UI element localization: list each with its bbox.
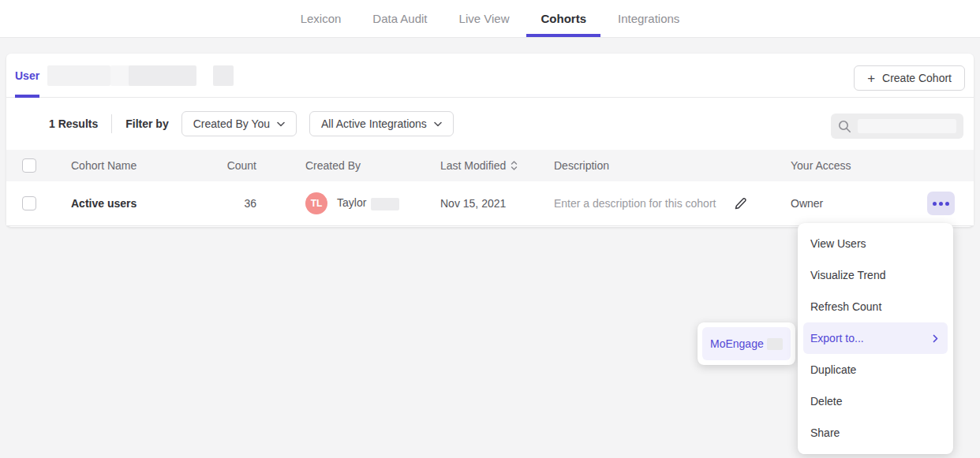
integrations-filter-dropdown[interactable]: All Active Integrations: [309, 111, 454, 136]
cohort-count: 36: [199, 197, 256, 210]
nav-tab-cohorts[interactable]: Cohorts: [525, 0, 602, 37]
header-created-by[interactable]: Created By: [256, 159, 440, 172]
redacted-last-name: [371, 198, 399, 210]
menu-item-refresh-count[interactable]: Refresh Count: [798, 291, 953, 322]
cohorts-card: User + Create Cohort 1 Results Filter by…: [6, 54, 974, 227]
header-cohort-name[interactable]: Cohort Name: [71, 159, 199, 172]
header-your-access: Your Access: [791, 159, 974, 172]
menu-item-visualize-trend[interactable]: Visualize Trend: [798, 259, 953, 291]
nav-tab-data-audit[interactable]: Data Audit: [357, 0, 443, 37]
redacted-search-text: [858, 119, 956, 133]
redacted-tab-3: [129, 65, 196, 86]
results-count: 1 Results: [49, 117, 98, 130]
cohort-type-tabs: User + Create Cohort: [6, 54, 974, 98]
header-last-modified[interactable]: Last Modified: [440, 159, 506, 172]
created-by-cell: TL Taylor: [256, 192, 440, 214]
nav-tab-lexicon[interactable]: Lexicon: [285, 0, 357, 37]
row-actions-button[interactable]: [927, 192, 955, 215]
chevron-down-icon: [277, 121, 285, 127]
chevron-down-icon: [434, 121, 442, 127]
top-navigation: Lexicon Data Audit Live View Cohorts Int…: [0, 0, 980, 38]
avatar: TL: [305, 192, 327, 214]
menu-item-duplicate[interactable]: Duplicate: [798, 354, 953, 385]
nav-tab-live-view[interactable]: Live View: [443, 0, 526, 37]
tab-user[interactable]: User: [15, 54, 39, 98]
select-all-checkbox[interactable]: [22, 158, 36, 173]
vertical-divider: [111, 114, 112, 133]
ellipsis-icon: [933, 202, 937, 206]
table-row: Active users 36 TL Taylor Nov 15, 2021 E…: [6, 181, 974, 226]
edit-description-button[interactable]: [733, 196, 748, 211]
export-submenu: MoEngage: [698, 322, 795, 365]
created-by-filter-value: Created By You: [193, 117, 270, 130]
menu-item-view-users[interactable]: View Users: [798, 228, 953, 259]
create-cohort-button[interactable]: + Create Cohort: [854, 65, 965, 91]
search-icon: [838, 120, 851, 133]
integrations-filter-value: All Active Integrations: [321, 117, 427, 130]
nav-tab-integrations[interactable]: Integrations: [602, 0, 695, 37]
menu-item-export-to[interactable]: Export to...: [803, 322, 948, 354]
created-by-name: Taylor: [337, 196, 399, 210]
created-by-filter-dropdown[interactable]: Created By You: [181, 111, 297, 136]
search-input[interactable]: [831, 114, 963, 139]
filter-row: 1 Results Filter by Created By You All A…: [6, 98, 974, 150]
chevron-right-icon: [933, 334, 938, 343]
filter-by-label: Filter by: [125, 117, 168, 130]
table-header: Cohort Name Count Created By Last Modifi…: [6, 150, 974, 181]
menu-item-share[interactable]: Share: [798, 417, 953, 449]
last-modified-value: Nov 15, 2021: [440, 197, 554, 210]
menu-item-delete[interactable]: Delete: [798, 385, 953, 417]
header-description: Description: [554, 159, 791, 172]
description-cell: Enter a description for this cohort: [554, 196, 791, 211]
redacted-tab-4: [213, 65, 234, 86]
description-placeholder[interactable]: Enter a description for this cohort: [554, 197, 716, 210]
submenu-item-moengage[interactable]: MoEngage: [702, 327, 791, 360]
redacted-tab-1: [47, 65, 110, 86]
cohort-name[interactable]: Active users: [71, 197, 199, 210]
create-cohort-label: Create Cohort: [882, 72, 952, 84]
row-checkbox[interactable]: [22, 196, 36, 210]
redacted-submenu-text: [767, 338, 783, 350]
row-context-menu: View Users Visualize Trend Refresh Count…: [798, 223, 953, 454]
header-count[interactable]: Count: [199, 159, 256, 172]
pencil-icon: [733, 196, 748, 211]
plus-icon: +: [867, 72, 875, 85]
sort-icon[interactable]: [511, 161, 518, 170]
